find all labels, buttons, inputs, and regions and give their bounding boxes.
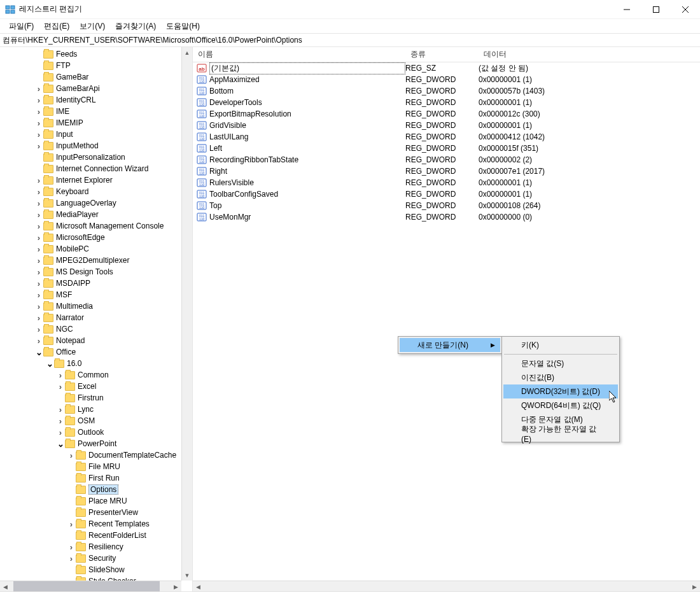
tree-item[interactable]: ⌄PowerPoint (3, 438, 192, 449)
submenu-dword[interactable]: DWORD(32비트) 값(D) (503, 384, 618, 398)
tree-item[interactable]: ›Internet Explorer (3, 174, 192, 186)
chevron-right-icon[interactable]: › (35, 325, 43, 333)
submenu-qword[interactable]: QWORD(64비트) 값(Q) (503, 398, 618, 412)
chevron-right-icon[interactable]: › (57, 405, 64, 413)
scroll-thumb[interactable] (13, 581, 160, 591)
tree-item[interactable]: ›MediaPlayer (3, 209, 192, 220)
tree-item[interactable]: FTP (3, 60, 192, 71)
context-menu[interactable]: 새로 만들기(N) ▶ (398, 336, 502, 354)
chevron-right-icon[interactable]: › (57, 428, 64, 436)
tree-item[interactable]: ›Security (3, 553, 192, 564)
submenu-binary[interactable]: 이진값(B) (503, 370, 618, 384)
chevron-right-icon[interactable]: › (35, 268, 43, 276)
submenu-expand[interactable]: 확장 가능한 문자열 값(E) (503, 426, 618, 440)
scroll-left-icon[interactable]: ◀ (193, 581, 204, 592)
tree-item[interactable]: ›IdentityCRL (3, 94, 192, 106)
address-bar[interactable]: 컴퓨터\HKEY_CURRENT_USER\SOFTWARE\Microsoft… (0, 33, 700, 47)
list-horizontal-scrollbar[interactable]: ◀ ▶ (193, 581, 700, 591)
submenu-string[interactable]: 문자열 값(S) (503, 356, 618, 370)
column-name[interactable]: 이름 (193, 47, 405, 62)
chevron-right-icon[interactable]: › (35, 188, 43, 195)
column-data[interactable]: 데이터 (479, 47, 700, 62)
tree-item[interactable]: ›Outlook (3, 426, 192, 438)
value-row[interactable]: 011110TopREG_DWORD0x00000108 (264) (193, 200, 700, 211)
chevron-right-icon[interactable]: › (35, 85, 43, 92)
tree-item[interactable]: PresenterView (3, 507, 192, 518)
chevron-right-icon[interactable]: › (35, 234, 43, 241)
tree-item[interactable]: ⌄Office (3, 346, 192, 358)
tree-item[interactable]: ›MPEG2Demultiplexer (3, 255, 192, 266)
chevron-right-icon[interactable]: › (35, 211, 43, 218)
chevron-down-icon[interactable]: ⌄ (46, 360, 53, 367)
menu-help[interactable]: 도움말(H) (161, 20, 205, 33)
tree-item[interactable]: ›InputMethod (3, 140, 192, 152)
value-row[interactable]: 011110BottomREG_DWORD0x0000057b (1403) (193, 85, 700, 97)
tree-item[interactable]: Options (3, 484, 192, 495)
chevron-right-icon[interactable]: › (57, 383, 64, 390)
tree-item[interactable]: ›MicrosoftEdge (3, 232, 192, 243)
value-row[interactable]: 011110AppMaximizedREG_DWORD0x00000001 (1… (193, 74, 700, 85)
tree-item[interactable]: GameBar (3, 71, 192, 83)
tree-item[interactable]: RecentFolderList (3, 530, 192, 541)
tree-item[interactable]: ›Narrator (3, 312, 192, 323)
chevron-right-icon[interactable]: › (35, 257, 43, 264)
chevron-right-icon[interactable]: › (35, 302, 43, 310)
tree-item[interactable]: InputPersonalization (3, 152, 192, 163)
tree-item[interactable]: ›LanguageOverlay (3, 197, 192, 209)
chevron-right-icon[interactable]: › (35, 119, 43, 127)
tree-item[interactable]: SlideShow (3, 564, 192, 575)
value-row[interactable]: 011110LeftREG_DWORD0x0000015f (351) (193, 143, 700, 154)
chevron-right-icon[interactable]: › (35, 96, 43, 104)
scroll-right-icon[interactable]: ▶ (689, 581, 700, 592)
tree-item[interactable]: ›Resiliency (3, 541, 192, 553)
tree-item[interactable]: ›Multimedia (3, 300, 192, 312)
chevron-right-icon[interactable]: › (35, 130, 43, 138)
chevron-right-icon[interactable]: › (35, 291, 43, 299)
value-row[interactable]: 011110RecordingRibbonTabStateREG_DWORD0x… (193, 154, 700, 166)
close-button[interactable] (671, 0, 700, 19)
tree-item[interactable]: ›Notepad (3, 335, 192, 346)
tree-item[interactable]: ›Lync (3, 404, 192, 415)
chevron-right-icon[interactable]: › (35, 279, 43, 287)
scroll-up-icon[interactable]: ▲ (182, 47, 192, 58)
tree-item[interactable]: Firstrun (3, 392, 192, 404)
chevron-right-icon[interactable]: › (35, 337, 43, 344)
tree-item[interactable]: ⌄16.0 (3, 358, 192, 369)
chevron-right-icon[interactable]: › (35, 176, 43, 184)
menu-file[interactable]: 파일(F) (4, 20, 39, 33)
scroll-left-icon[interactable]: ◀ (0, 581, 11, 591)
menu-favorites[interactable]: 즐겨찾기(A) (110, 20, 161, 33)
context-new[interactable]: 새로 만들기(N) ▶ (400, 338, 500, 352)
tree-item[interactable]: ›NGC (3, 323, 192, 335)
tree-item[interactable]: ›DocumentTemplateCache (3, 449, 192, 461)
chevron-right-icon[interactable]: › (35, 199, 43, 207)
tree-item[interactable]: ›MS Design Tools (3, 266, 192, 278)
value-row[interactable]: 011110LastUILangREG_DWORD0x00000412 (104… (193, 131, 700, 143)
scroll-right-icon[interactable]: ▶ (171, 581, 181, 591)
value-list-pane[interactable]: 이름 종류 데이터 ab(기본값)REG_SZ(값 설정 안 됨)011110A… (193, 47, 700, 591)
context-submenu[interactable]: 키(K) 문자열 값(S) 이진값(B) DWORD(32비트) 값(D) QW… (501, 336, 620, 442)
tree-item[interactable]: ›MSF (3, 289, 192, 300)
chevron-right-icon[interactable]: › (35, 245, 43, 253)
submenu-key[interactable]: 키(K) (503, 338, 618, 352)
tree-item[interactable]: ›Input (3, 129, 192, 140)
value-row[interactable]: 011110DeveloperToolsREG_DWORD0x00000001 … (193, 97, 700, 108)
chevron-right-icon[interactable]: › (67, 520, 75, 528)
tree-item[interactable]: ›Keyboard (3, 186, 192, 197)
tree-item[interactable]: ›Common (3, 369, 192, 381)
tree-item[interactable]: Internet Connection Wizard (3, 163, 192, 174)
tree-item[interactable]: ›MobilePC (3, 243, 192, 255)
chevron-down-icon[interactable]: ⌄ (35, 348, 43, 356)
column-type[interactable]: 종류 (405, 47, 479, 62)
chevron-right-icon[interactable]: › (35, 142, 43, 150)
chevron-right-icon[interactable]: › (67, 554, 75, 562)
maximize-button[interactable] (641, 0, 671, 19)
scroll-down-icon[interactable]: ▼ (182, 570, 192, 581)
chevron-right-icon[interactable]: › (35, 314, 43, 321)
value-row[interactable]: 011110GridVisibleREG_DWORD0x00000001 (1) (193, 120, 700, 131)
value-row[interactable]: 011110ExportBitmapResolutionREG_DWORD0x0… (193, 108, 700, 120)
value-row[interactable]: 011110RulersVisibleREG_DWORD0x00000001 (… (193, 177, 700, 188)
tree-horizontal-scrollbar[interactable]: ◀ ▶ (0, 581, 181, 591)
tree-item[interactable]: ›Recent Templates (3, 518, 192, 530)
chevron-right-icon[interactable]: › (67, 543, 75, 551)
